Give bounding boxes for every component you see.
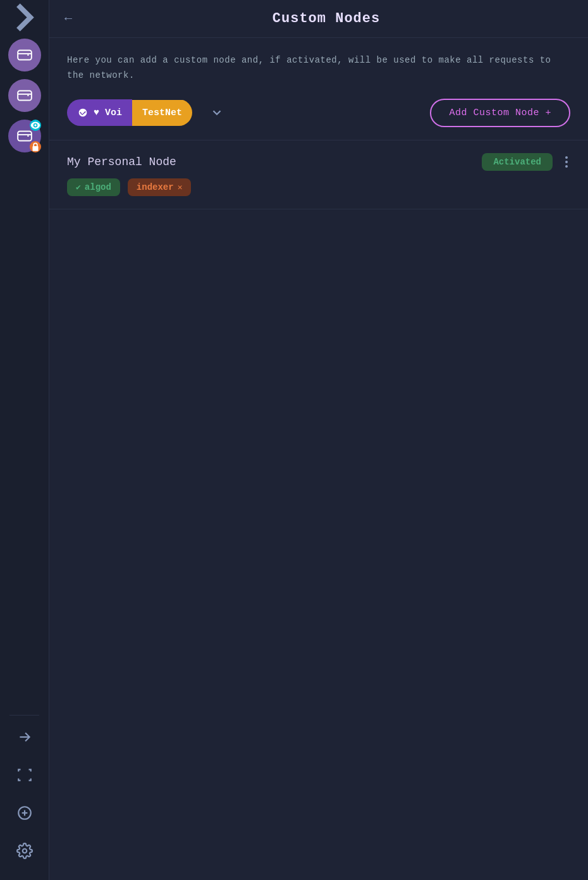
network-selector[interactable]: ♥ Voi TestNet bbox=[67, 99, 192, 126]
svg-rect-4 bbox=[32, 146, 38, 151]
algod-tag[interactable]: ✔ algod bbox=[67, 178, 120, 196]
sidebar-collapse-button[interactable] bbox=[0, 0, 49, 35]
dot-1 bbox=[565, 156, 568, 159]
indexer-tag[interactable]: indexer ✕ bbox=[128, 178, 192, 196]
sidebar-bottom bbox=[8, 721, 41, 880]
sidebar-wallet-1[interactable] bbox=[8, 39, 41, 71]
sidebar-top bbox=[0, 0, 49, 710]
sidebar-wallet-2[interactable] bbox=[8, 79, 41, 112]
sidebar-wallet-active[interactable] bbox=[8, 120, 41, 152]
network-pill-left: ♥ Voi bbox=[67, 99, 132, 126]
svg-rect-0 bbox=[18, 50, 32, 59]
send-button[interactable] bbox=[8, 721, 41, 753]
indexer-label: indexer bbox=[137, 182, 174, 192]
network-chevron-down[interactable] bbox=[205, 103, 229, 122]
eye-badge bbox=[30, 120, 41, 131]
algod-label: algod bbox=[85, 182, 111, 192]
sidebar-divider bbox=[9, 715, 39, 716]
svg-point-3 bbox=[34, 124, 36, 126]
network-bar: ♥ Voi TestNet Add Custom Node + bbox=[49, 94, 588, 140]
lock-badge bbox=[30, 141, 41, 152]
algod-check-icon: ✔ bbox=[76, 182, 81, 192]
node-name: My Personal Node bbox=[67, 156, 482, 168]
svg-rect-1 bbox=[18, 90, 32, 100]
node-item-header: My Personal Node Activated bbox=[67, 153, 570, 171]
voi-label: ♥ Voi bbox=[94, 108, 122, 118]
back-button[interactable]: ← bbox=[64, 11, 72, 26]
node-tags: ✔ algod indexer ✕ bbox=[67, 178, 570, 196]
indexer-x-icon: ✕ bbox=[178, 182, 183, 192]
sidebar bbox=[0, 0, 49, 880]
add-button[interactable] bbox=[8, 796, 41, 829]
network-testnet-label: TestNet bbox=[132, 100, 192, 126]
page-title: Custom Nodes bbox=[80, 11, 573, 27]
scan-button[interactable] bbox=[8, 759, 41, 791]
main-content: ← Custom Nodes Here you can add a custom… bbox=[49, 0, 588, 880]
dot-2 bbox=[565, 161, 568, 163]
node-item: My Personal Node Activated ✔ algod index… bbox=[49, 140, 588, 209]
settings-button[interactable] bbox=[8, 834, 41, 867]
more-options-button[interactable] bbox=[563, 154, 570, 170]
activated-badge: Activated bbox=[482, 153, 553, 171]
dot-3 bbox=[565, 165, 568, 168]
add-custom-node-button[interactable]: Add Custom Node + bbox=[430, 99, 570, 127]
header: ← Custom Nodes bbox=[49, 0, 588, 38]
description-content: Here you can add a custom node and, if a… bbox=[67, 55, 551, 80]
svg-point-8 bbox=[22, 849, 27, 853]
description-text: Here you can add a custom node and, if a… bbox=[49, 38, 588, 94]
